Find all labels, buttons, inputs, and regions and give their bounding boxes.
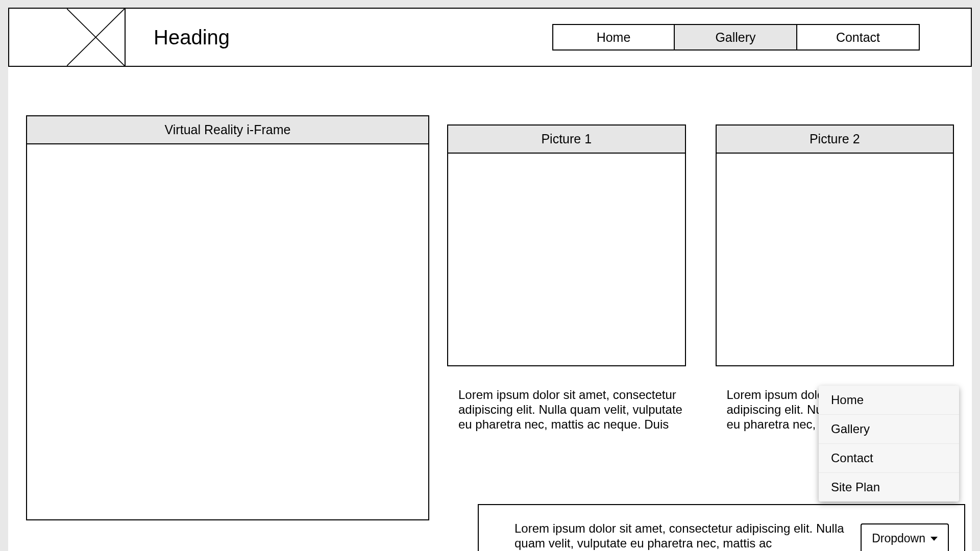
picture-1-frame: Picture 1 [447, 124, 686, 366]
dropdown-button[interactable]: Dropdown [861, 523, 949, 551]
bottom-panel-text: Lorem ipsum dolor sit amet, consectetur … [514, 521, 850, 551]
picture-2-title: Picture 2 [717, 126, 953, 154]
image-placeholder-icon [67, 9, 125, 66]
primary-nav: Home Gallery Contact [552, 24, 920, 51]
vr-iframe-title: Virtual Reality i-Frame [27, 116, 428, 144]
picture-1-body [448, 154, 685, 365]
page: Heading Home Gallery Contact Virtual Rea… [8, 8, 972, 551]
nav-contact[interactable]: Contact [797, 24, 920, 51]
header-bar: Heading Home Gallery Contact [8, 8, 972, 67]
caret-down-icon [930, 537, 938, 541]
dropdown-menu: Home Gallery Contact Site Plan [819, 386, 959, 502]
picture-1-caption: Lorem ipsum dolor sit amet, consectetur … [447, 366, 686, 432]
nav-gallery[interactable]: Gallery [675, 24, 797, 51]
dropdown-button-label: Dropdown [872, 532, 925, 545]
bottom-panel: Lorem ipsum dolor sit amet, consectetur … [478, 504, 965, 551]
nav-home[interactable]: Home [552, 24, 675, 51]
dropdown-option-site-plan[interactable]: Site Plan [819, 472, 959, 502]
picture-2-body [717, 154, 953, 365]
picture-2-frame: Picture 2 [716, 124, 954, 366]
vr-iframe-body[interactable] [27, 144, 428, 519]
vr-iframe-panel: Virtual Reality i-Frame [26, 115, 429, 520]
picture-1-title: Picture 1 [448, 126, 685, 154]
page-title: Heading [154, 26, 552, 49]
dropdown-option-home[interactable]: Home [819, 386, 959, 414]
dropdown-option-contact[interactable]: Contact [819, 443, 959, 472]
picture-1-column: Picture 1 Lorem ipsum dolor sit amet, co… [447, 124, 686, 432]
logo-placeholder [67, 9, 126, 66]
dropdown-option-gallery[interactable]: Gallery [819, 414, 959, 443]
left-column: Virtual Reality i-Frame [26, 115, 429, 520]
